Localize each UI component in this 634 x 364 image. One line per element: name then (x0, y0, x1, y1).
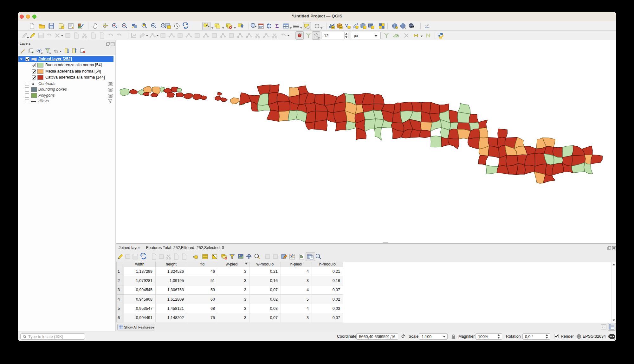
svg-text:V: V (345, 23, 348, 28)
svg-text:i: i (253, 24, 254, 27)
svg-text:Σ: Σ (275, 23, 279, 29)
